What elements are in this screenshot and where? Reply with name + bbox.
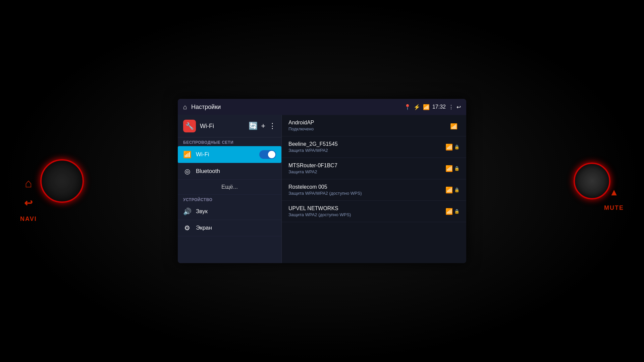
sidebar-item-wifi[interactable]: 📶 Wi-Fi <box>178 146 281 163</box>
wifi-icon-box: 🔧 <box>183 120 196 132</box>
left-controls: ⌂ ↩ NAVI <box>20 176 37 223</box>
back-nav-icon[interactable]: ↩ <box>457 104 461 110</box>
home-icon[interactable]: ⌂ <box>183 103 187 111</box>
left-panel: 🔧 Wi-Fi 🔄 + ⋮ БЕСПРОВОДНЫЕ СЕТИ 📶 Wi-Fi <box>178 115 282 263</box>
network-status: Защита WPA/WPA2 (доступно WPS) <box>288 191 445 196</box>
network-item[interactable]: AndroidAP Подключено 📶 <box>282 115 466 136</box>
overflow-icon[interactable]: ⋮ <box>448 104 454 110</box>
clock: 17:32 <box>432 104 446 110</box>
toggle-thumb <box>268 151 275 158</box>
network-status: Защита WPA2 <box>288 169 445 174</box>
network-name: Beeline_2G_F51545 <box>288 141 445 147</box>
sidebar-item-sound[interactable]: 🔊 Звук <box>178 203 281 220</box>
network-name: MTSRouter-0F1BC7 <box>288 163 445 169</box>
network-name: Rostelecom 005 <box>288 184 445 190</box>
network-item[interactable]: MTSRouter-0F1BC7 Защита WPA2 📶🔒 <box>282 158 466 179</box>
device-section-label: УСТРОЙСТВО <box>178 195 281 203</box>
wifi-settings-icon: 🔧 <box>185 122 194 130</box>
bluetooth-status-icon: ⚡ <box>414 104 420 110</box>
network-info: Beeline_2G_F51545 Защита WPA/WPA2 <box>288 141 445 153</box>
network-status: Защита WPA/WPA2 <box>288 148 445 153</box>
bluetooth-nav-icon: ◎ <box>183 167 191 175</box>
network-signal-lock: 📶🔒 <box>445 143 460 151</box>
navi-button[interactable]: NAVI <box>20 216 37 223</box>
network-info: MTSRouter-0F1BC7 Защита WPA2 <box>288 163 445 174</box>
sidebar-item-screen[interactable]: ⚙ Экран <box>178 220 281 236</box>
mute-button[interactable]: MUTE <box>604 204 624 212</box>
refresh-icon[interactable]: 🔄 <box>249 122 258 130</box>
screen-nav-label: Экран <box>196 225 276 231</box>
wifi-header: 🔧 Wi-Fi 🔄 + ⋮ <box>178 115 281 137</box>
screen-nav-icon: ⚙ <box>183 224 191 232</box>
more-label: Ещё... <box>221 184 238 190</box>
sidebar-item-more[interactable]: Ещё... <box>178 180 281 195</box>
network-signal-lock: 📶🔒 <box>445 186 460 194</box>
network-item[interactable]: Beeline_2G_F51545 Защита WPA/WPA2 📶🔒 <box>282 136 466 158</box>
home-button[interactable]: ⌂ <box>25 176 32 190</box>
network-item[interactable]: UPVEL NETWORKS Защита WPA2 (доступно WPS… <box>282 201 466 222</box>
network-info: UPVEL NETWORKS Защита WPA2 (доступно WPS… <box>288 205 445 217</box>
status-bar: ⌂ Настройки 📍 ⚡ 📶 17:32 ⋮ ↩ <box>178 99 466 115</box>
network-signal-lock: 📶🔒 <box>445 208 460 215</box>
network-signal: 📶 <box>450 122 460 129</box>
svg-text:📶: 📶 <box>450 123 458 129</box>
triangle-button[interactable]: ▲ <box>609 187 619 198</box>
wifi-toggle[interactable] <box>259 150 276 159</box>
bluetooth-nav-label: Bluetooth <box>196 168 276 175</box>
page-title: Настройки <box>191 104 401 111</box>
wifi-status-icon: 📶 <box>423 104 430 110</box>
location-icon: 📍 <box>404 104 411 110</box>
add-network-icon[interactable]: + <box>261 122 265 130</box>
sidebar-item-bluetooth[interactable]: ◎ Bluetooth <box>178 163 281 180</box>
status-icons: 📍 ⚡ 📶 17:32 ⋮ ↩ <box>404 104 461 110</box>
main-screen: ⌂ Настройки 📍 ⚡ 📶 17:32 ⋮ ↩ 🔧 Wi-Fi <box>178 99 466 263</box>
network-item[interactable]: Rostelecom 005 Защита WPA/WPA2 (доступно… <box>282 179 466 201</box>
network-status: Подключено <box>288 126 450 131</box>
network-status: Защита WPA2 (доступно WPS) <box>288 212 445 217</box>
left-knob[interactable] <box>40 159 84 203</box>
sound-nav-label: Звук <box>196 208 276 215</box>
network-info: Rostelecom 005 Защита WPA/WPA2 (доступно… <box>288 184 445 196</box>
network-list: AndroidAP Подключено 📶 Beeline_2G_F51545 <box>282 115 466 263</box>
wifi-actions: 🔄 + ⋮ <box>249 122 276 130</box>
wifi-overflow-icon[interactable]: ⋮ <box>269 122 276 130</box>
back-button[interactable]: ↩ <box>24 197 33 209</box>
network-info: AndroidAP Подключено <box>288 120 450 131</box>
wifi-title: Wi-Fi <box>200 123 245 130</box>
wifi-nav-label: Wi-Fi <box>196 151 255 158</box>
car-dashboard: ⌂ ↩ NAVI ▲ MUTE ⌂ Настройки 📍 ⚡ 📶 17:32 … <box>0 0 644 362</box>
network-signal-lock: 📶🔒 <box>445 165 460 172</box>
network-name: AndroidAP <box>288 120 450 126</box>
network-name: UPVEL NETWORKS <box>288 205 445 212</box>
wifi-nav-icon: 📶 <box>183 150 191 159</box>
wireless-section-label: БЕСПРОВОДНЫЕ СЕТИ <box>178 137 281 146</box>
right-controls: ▲ MUTE <box>604 187 624 212</box>
sound-nav-icon: 🔊 <box>183 207 191 216</box>
main-content: 🔧 Wi-Fi 🔄 + ⋮ БЕСПРОВОДНЫЕ СЕТИ 📶 Wi-Fi <box>178 115 466 263</box>
